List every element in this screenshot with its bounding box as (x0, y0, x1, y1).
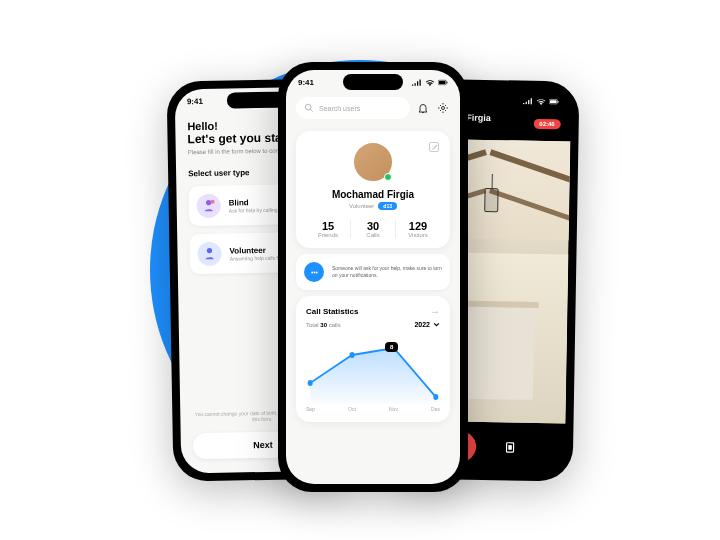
svg-rect-8 (558, 101, 559, 103)
calls-chart: 8 (306, 334, 440, 404)
profile-role: Volunteer (349, 203, 374, 209)
wifi-icon (425, 79, 435, 86)
blind-icon (196, 194, 220, 218)
notification-tip: Someone will ask for your help, make sur… (296, 254, 450, 290)
settings-button[interactable] (436, 101, 450, 115)
chevron-down-icon (433, 321, 440, 328)
stat-calls[interactable]: 30 Calls (350, 220, 395, 238)
online-indicator (384, 173, 392, 181)
notch (459, 92, 519, 109)
svg-point-16 (442, 107, 445, 110)
svg-rect-13 (447, 82, 448, 84)
tip-text: Someone will ask for your help, make sur… (332, 265, 442, 279)
svg-point-21 (308, 380, 313, 386)
profile-card: Mochamad Firgia Volunteer d13 15 Friends… (296, 131, 450, 248)
svg-rect-12 (439, 81, 446, 84)
chart-label: Sep (306, 406, 315, 412)
svg-point-22 (350, 352, 355, 358)
call-timer: 02:46 (533, 118, 561, 128)
stats-title: Call Statistics (306, 307, 358, 316)
svg-point-19 (313, 271, 315, 273)
status-time: 9:41 (298, 78, 314, 87)
year-selector[interactable]: 2022 (414, 321, 440, 328)
svg-rect-7 (550, 100, 557, 103)
search-icon (304, 103, 314, 113)
flash-button[interactable] (500, 437, 520, 457)
profile-name: Mochamad Firgia (306, 189, 440, 200)
stat-friends[interactable]: 15 Friends (306, 220, 350, 238)
svg-point-14 (305, 104, 311, 110)
signal-icon (523, 98, 533, 105)
svg-rect-10 (508, 445, 512, 450)
svg-point-18 (311, 271, 313, 273)
battery-icon (438, 79, 448, 86)
chart-label: Oct (348, 406, 356, 412)
battery-icon (549, 98, 559, 105)
search-input[interactable]: Search users (296, 97, 410, 119)
notch (343, 74, 403, 90)
volunteer-icon (197, 242, 221, 266)
chart-label: Nov (389, 406, 398, 412)
search-placeholder: Search users (319, 105, 360, 112)
wifi-icon (536, 98, 546, 105)
phone-profile: 9:41 Search users (278, 62, 468, 492)
svg-point-24 (433, 394, 438, 400)
svg-point-20 (315, 271, 317, 273)
status-time: 9:41 (187, 97, 203, 106)
call-statistics-card: Call Statistics → Total 30 calls 2022 (296, 296, 450, 422)
signal-icon (412, 79, 422, 86)
chart-label: Des (431, 406, 440, 412)
svg-point-5 (207, 248, 212, 253)
stats-expand-button[interactable]: → (430, 306, 440, 317)
notifications-button[interactable] (416, 101, 430, 115)
chat-icon (304, 262, 324, 282)
stats-total: Total 30 calls (306, 322, 341, 328)
svg-point-3 (206, 200, 211, 205)
stat-visitors[interactable]: 129 Visitors (395, 220, 440, 238)
edit-profile-button[interactable] (428, 139, 442, 153)
chart-tooltip: 8 (385, 342, 398, 352)
svg-line-15 (310, 109, 313, 112)
profile-badge: d13 (378, 202, 397, 210)
